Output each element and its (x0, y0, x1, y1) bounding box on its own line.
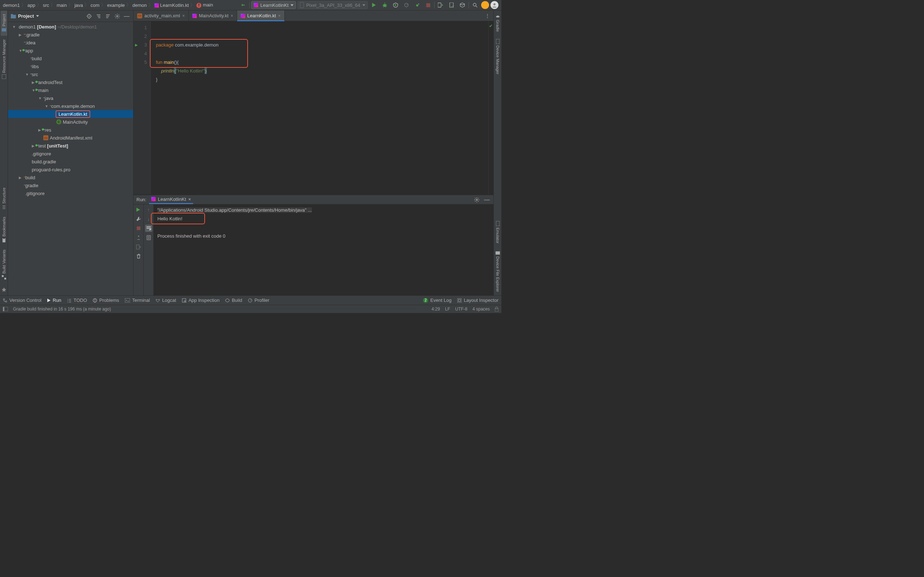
status-line-ending[interactable]: LF (445, 306, 450, 311)
expand-arrow-icon[interactable]: ▼ (19, 49, 23, 53)
run-button[interactable] (369, 1, 379, 9)
tree-node[interactable]: ▼demon1 [Demon] ~/Desktop/demon1 (8, 23, 133, 31)
user-avatar[interactable] (491, 1, 498, 9)
breadcrumb-segment[interactable]: fmain (196, 2, 213, 8)
breadcrumb-segment[interactable]: LearnKotlin.kt (155, 3, 189, 8)
breadcrumb-segment[interactable]: demon1 (3, 3, 20, 8)
rail-tab-device-file-explorer[interactable]: Device File Explorer (494, 247, 501, 295)
tree-node[interactable]: ▼main (8, 86, 133, 94)
project-panel-title[interactable]: Project (18, 13, 34, 19)
run-config-combo[interactable]: LearnKotlinKt (251, 1, 296, 9)
rail-tab-structure[interactable]: Structure (1, 184, 7, 213)
tree-node[interactable]: LearnKotlin.kt (8, 110, 133, 118)
tree-node[interactable]: <>AndroidManifest.xml (8, 134, 133, 142)
bt-profiler[interactable]: Profiler (248, 298, 269, 303)
project-tree[interactable]: ▼demon1 [Demon] ~/Desktop/demon1▶.gradle… (8, 22, 133, 295)
expand-all-icon[interactable] (95, 13, 102, 20)
close-icon[interactable]: × (231, 13, 233, 18)
bt-run[interactable]: Run (47, 298, 61, 303)
gear-icon[interactable] (473, 196, 480, 203)
sync-gradle-icon[interactable] (239, 1, 248, 9)
rerun-button[interactable] (135, 206, 142, 213)
bt-problems[interactable]: Problems (93, 298, 119, 303)
rail-tab-gradle[interactable]: Gradle (494, 10, 501, 35)
close-icon[interactable]: × (182, 13, 185, 18)
trash-icon[interactable] (135, 253, 142, 260)
expand-arrow-icon[interactable]: ▶ (32, 144, 36, 148)
avd-manager-icon[interactable] (436, 1, 446, 9)
expand-arrow-icon[interactable]: ▼ (38, 96, 42, 100)
expand-arrow-icon[interactable]: ▶ (19, 176, 23, 180)
tree-node[interactable]: build (8, 55, 133, 62)
stop-button[interactable] (135, 225, 142, 232)
tree-node[interactable]: ▶androidTest (8, 78, 133, 86)
tree-node[interactable]: ▼java (8, 94, 133, 102)
tool-windows-icon[interactable] (3, 307, 8, 311)
code-editor[interactable]: 1 2 3 ▶ 4 5 package com.example.demon fu… (134, 21, 488, 194)
sdk-box-icon[interactable] (458, 1, 467, 9)
tree-node[interactable]: .idea (8, 39, 133, 47)
bt-event-log[interactable]: 2Event Log (423, 298, 452, 303)
expand-arrow-icon[interactable]: ▼ (25, 73, 29, 76)
run-tab[interactable]: LearnKotlinKt × (149, 195, 193, 204)
breadcrumb-segment[interactable]: example (107, 3, 125, 8)
expand-arrow-icon[interactable]: ▶ (32, 81, 36, 84)
dump-threads-icon[interactable] (135, 234, 142, 241)
rail-tab-bookmarks[interactable]: Bookmarks (1, 213, 7, 246)
editor-tab[interactable]: LearnKotlin.kt× (237, 10, 285, 21)
breadcrumb-segment[interactable]: app (27, 3, 36, 8)
search-everywhere-button[interactable] (470, 1, 480, 9)
rail-tab-project[interactable]: Project (1, 10, 7, 36)
rail-tab-build-variants[interactable]: Build Variants (1, 246, 7, 283)
tree-node[interactable]: .gitignore (8, 150, 133, 158)
debug-button[interactable] (380, 1, 389, 9)
coverage-button[interactable] (391, 1, 400, 9)
scroll-to-end-icon[interactable] (145, 234, 152, 241)
bt-todo[interactable]: TODO (67, 298, 87, 303)
locate-icon[interactable] (86, 13, 93, 20)
run-gutter-icon[interactable]: ▶ (135, 41, 138, 49)
exit-icon[interactable] (135, 243, 142, 251)
status-encoding[interactable]: UTF-8 (455, 306, 467, 311)
run-console[interactable]: "/Applications/Android Studio.app/Conten… (154, 205, 493, 295)
account-avatar[interactable] (481, 1, 489, 9)
lock-icon[interactable] (495, 306, 498, 311)
close-icon[interactable]: × (188, 197, 191, 202)
bt-version-control[interactable]: Version Control (3, 298, 42, 303)
tree-node[interactable]: ▶build (8, 174, 133, 181)
breadcrumb-segment[interactable]: java (74, 3, 83, 8)
bt-app-inspection[interactable]: App Inspection (182, 298, 220, 303)
breadcrumb-segment[interactable]: com (90, 3, 100, 8)
expand-arrow-icon[interactable]: ▶ (19, 33, 23, 37)
hide-icon[interactable]: — (123, 13, 130, 20)
breadcrumb-segment[interactable]: main (57, 3, 67, 8)
tree-node[interactable]: CMainActivity (8, 118, 133, 126)
profile-button[interactable] (402, 1, 411, 9)
tree-node[interactable]: ▼com.example.demon (8, 102, 133, 110)
stop-button[interactable] (423, 1, 433, 9)
sdk-manager-icon[interactable] (447, 1, 456, 9)
editor-tabs-menu[interactable]: ⋮ (481, 10, 493, 21)
tree-node[interactable]: build.gradle (8, 158, 133, 166)
tree-node[interactable]: ▼app (8, 47, 133, 55)
tree-node[interactable]: libs (8, 62, 133, 70)
hide-icon[interactable]: — (483, 196, 491, 203)
tree-node[interactable]: ▶test [unitTest] (8, 142, 133, 150)
tree-node[interactable]: ▶.gradle (8, 31, 133, 39)
up-icon[interactable]: ↑ (145, 206, 152, 213)
status-indent[interactable]: 4 spaces (472, 306, 490, 311)
bt-layout-inspector[interactable]: Layout Inspector (457, 298, 498, 303)
gear-icon[interactable] (114, 13, 121, 20)
tree-node[interactable]: .gitignore (8, 189, 133, 197)
status-caret-position[interactable]: 4:29 (432, 306, 440, 311)
editor-tab[interactable]: <>activity_main.xml× (134, 10, 189, 21)
rail-tab-resource-manager[interactable]: Resource Manager (1, 36, 7, 82)
device-combo[interactable]: Pixel_3a_API_33_x86_64 (297, 1, 368, 9)
expand-arrow-icon[interactable]: ▼ (12, 25, 16, 29)
tree-node[interactable]: proguard-rules.pro (8, 166, 133, 174)
close-icon[interactable]: × (278, 13, 281, 18)
pin-icon[interactable] (0, 286, 8, 293)
tree-node[interactable]: ▼src (8, 70, 133, 78)
breadcrumb-segment[interactable]: demon (132, 3, 147, 8)
bt-logcat[interactable]: Logcat (155, 298, 176, 303)
